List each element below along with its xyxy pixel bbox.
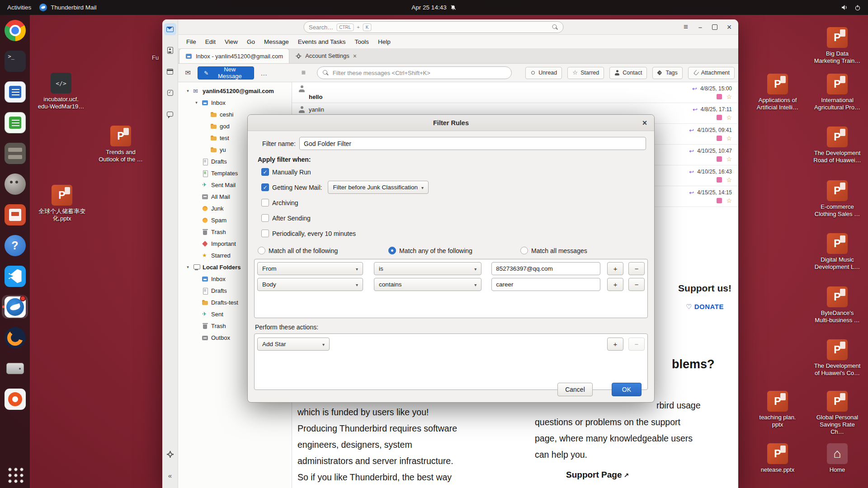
checkbox[interactable] [261,230,269,237]
dock-item[interactable] [2,19,28,42]
cancel-button[interactable]: Cancel [557,383,593,396]
close-tab-icon[interactable] [353,52,357,60]
add-rule-button[interactable] [607,278,623,291]
remove-rule-button[interactable] [628,278,645,291]
star-icon[interactable] [726,93,732,101]
close-dialog-icon[interactable] [640,118,650,128]
chevron-down-icon[interactable] [194,100,199,105]
junk-classification-dropdown[interactable]: Filter before Junk Classification [328,181,429,194]
checkbox[interactable] [261,183,269,191]
app-menu-button[interactable] [679,21,692,33]
add-rule-button[interactable] [607,262,623,275]
compose-icon-button[interactable] [182,66,194,79]
rule-value-input[interactable] [491,278,600,291]
desktop-icon[interactable]: Home [812,443,862,474]
minimize-button[interactable] [694,21,707,33]
desktop-icon[interactable]: E-commerce Clothing Sales … [812,180,862,218]
chevron-down-icon[interactable] [185,89,190,93]
calendar-space-button[interactable] [164,66,176,78]
new-message-button[interactable]: New Message [198,66,254,80]
filter-trigger-row[interactable]: Manually Run [261,165,654,178]
rule-operator-dropdown[interactable]: contains [374,278,481,291]
quick-filter-button[interactable]: Attachment [688,67,735,79]
window-titlebar[interactable]: Search… CTRL + K [178,19,738,35]
menu-item[interactable]: Message [259,35,293,49]
star-icon[interactable] [726,155,732,163]
address-book-space-button[interactable] [164,44,176,56]
rule-operator-dropdown[interactable]: is [374,262,481,275]
desktop-icon[interactable]: Trends and Outlook of the … [96,126,146,163]
checkbox[interactable] [261,168,269,176]
collapse-spaces-button[interactable] [164,469,176,482]
menu-item[interactable]: Edit [201,35,220,49]
desktop-icon[interactable]: ByteDance's Multi-business … [812,286,862,324]
message-list-options-icon[interactable] [297,66,310,79]
chevron-down-icon[interactable] [185,265,190,269]
filter-trigger-row[interactable]: After Sending [261,211,654,225]
filter-trigger-row[interactable]: Archiving [261,196,654,209]
match-option-radio[interactable]: Match all of the following [258,247,388,254]
focused-app-indicator[interactable]: Thunderbird Mail [39,4,96,11]
desktop-icon[interactable]: Global Personal Savings Rate Ch… [812,391,862,436]
desktop-icon[interactable]: The Development of Huawei's Co… [812,339,862,377]
filter-trigger-row[interactable]: Periodically, every 10 minutes [261,227,654,240]
remove-action-button[interactable] [628,338,645,351]
menu-item[interactable]: Go [242,35,259,49]
filter-name-input[interactable] [299,137,646,150]
star-icon[interactable] [726,113,732,122]
mail-space-button[interactable] [164,23,176,35]
menu-item[interactable]: Tools [350,35,373,49]
action-dropdown[interactable]: Add Star [257,338,330,351]
show-applications-button[interactable] [2,465,28,483]
desktop-icon[interactable]: Applications of Artificial Intelli… [753,74,802,111]
tab-account-settings[interactable]: Account Settings [289,48,363,63]
radio-button[interactable] [258,247,265,254]
menu-item[interactable]: View [220,35,242,49]
add-action-button[interactable] [607,338,623,351]
checkbox[interactable] [261,199,269,206]
global-search-input[interactable]: Search… CTRL + K [303,21,563,33]
quick-filter-button[interactable]: Tags [652,67,682,79]
dock-item[interactable] [2,49,28,73]
star-icon[interactable] [726,176,732,184]
dialog-titlebar[interactable]: Filter Rules [248,115,654,131]
folder-row[interactable]: yanlin451200@gmail.com [178,85,292,97]
match-option-radio[interactable]: Match all messages [520,247,587,254]
dock-item[interactable] [2,264,28,288]
close-window-button[interactable] [723,21,736,33]
filter-trigger-row[interactable]: Getting New Mail: Filter before Junk Cla… [261,181,654,194]
clock-menu[interactable]: Apr 25 14:43 [407,0,461,15]
match-option-radio[interactable]: Match any of the following [388,247,520,254]
folder-row[interactable]: Inbox [178,97,292,108]
quick-filter-button[interactable]: Contact [609,67,647,79]
menu-item[interactable]: Events and Tasks [293,35,350,49]
dock-item[interactable] [2,326,28,349]
dock-item[interactable] [2,172,28,196]
ok-button[interactable]: OK [612,383,642,396]
star-icon[interactable] [726,134,732,142]
dock-item[interactable] [2,80,28,103]
quick-filter-button[interactable]: Starred [567,67,604,79]
toolbar-overflow-button[interactable]: … [258,66,270,79]
desktop-icon[interactable]: 全球个人储蓄率变 化.pptx [37,185,87,222]
system-status-area[interactable] [841,0,868,15]
dock-item[interactable] [2,234,28,257]
donate-link[interactable]: DONATE [671,303,738,311]
desktop-icon[interactable]: netease.pptx [753,443,802,474]
quick-filter-button[interactable]: Unread [525,67,562,79]
support-page-link[interactable]: Support Page [566,470,629,480]
desktop-icon[interactable]: Big Data Marketing Train… [812,27,862,65]
chat-space-button[interactable] [164,108,176,120]
desktop-icon[interactable]: International Agricultural Pro… [812,74,862,111]
dock-item[interactable] [2,141,28,165]
remove-rule-button[interactable] [628,262,645,275]
maximize-button[interactable] [708,21,721,33]
dock-item[interactable] [2,357,28,380]
message-row[interactable]: 4/8/25, 15:00 hello [292,82,738,103]
radio-button[interactable] [520,247,528,254]
checkbox[interactable] [261,214,269,222]
quick-filter-input[interactable]: Filter these messages <Ctrl+Shift+K> [317,66,512,79]
menu-item[interactable]: Help [373,35,395,49]
tasks-space-button[interactable] [164,87,176,99]
dock-item[interactable] [2,295,28,319]
